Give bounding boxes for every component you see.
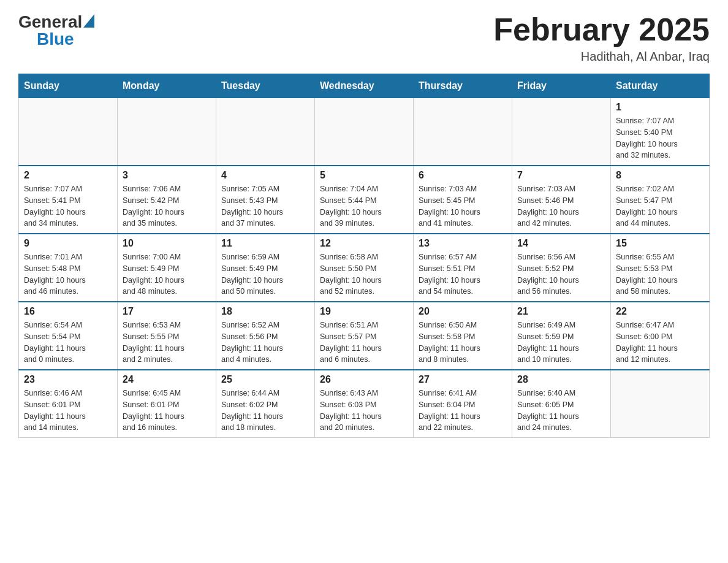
calendar-cell: 28Sunrise: 6:40 AM Sunset: 6:05 PM Dayli… bbox=[512, 370, 611, 438]
day-info: Sunrise: 6:44 AM Sunset: 6:02 PM Dayligh… bbox=[221, 388, 309, 434]
day-info: Sunrise: 7:03 AM Sunset: 5:45 PM Dayligh… bbox=[419, 183, 507, 229]
calendar-cell bbox=[611, 370, 710, 438]
day-info: Sunrise: 7:02 AM Sunset: 5:47 PM Dayligh… bbox=[616, 183, 704, 229]
calendar-cell bbox=[118, 98, 216, 166]
day-number: 6 bbox=[419, 170, 507, 181]
day-number: 21 bbox=[517, 306, 605, 317]
calendar-week-row: 2Sunrise: 7:07 AM Sunset: 5:41 PM Daylig… bbox=[19, 166, 710, 234]
day-number: 8 bbox=[616, 170, 704, 181]
day-info: Sunrise: 7:07 AM Sunset: 5:41 PM Dayligh… bbox=[24, 183, 112, 229]
day-info: Sunrise: 6:43 AM Sunset: 6:03 PM Dayligh… bbox=[320, 388, 408, 434]
calendar-week-row: 9Sunrise: 7:01 AM Sunset: 5:48 PM Daylig… bbox=[19, 234, 710, 302]
calendar-cell: 19Sunrise: 6:51 AM Sunset: 5:57 PM Dayli… bbox=[315, 302, 414, 370]
day-number: 20 bbox=[419, 306, 507, 317]
day-info: Sunrise: 7:01 AM Sunset: 5:48 PM Dayligh… bbox=[24, 251, 112, 297]
day-number: 9 bbox=[24, 238, 112, 249]
day-number: 12 bbox=[320, 238, 408, 249]
day-info: Sunrise: 7:07 AM Sunset: 5:40 PM Dayligh… bbox=[616, 115, 704, 161]
day-number: 7 bbox=[517, 170, 605, 181]
day-info: Sunrise: 6:46 AM Sunset: 6:01 PM Dayligh… bbox=[24, 388, 112, 434]
day-number: 1 bbox=[616, 102, 704, 113]
calendar-header-row: SundayMondayTuesdayWednesdayThursdayFrid… bbox=[19, 74, 710, 98]
calendar-cell: 26Sunrise: 6:43 AM Sunset: 6:03 PM Dayli… bbox=[315, 370, 414, 438]
title-section: February 2025 Hadithah, Al Anbar, Iraq bbox=[493, 12, 710, 64]
calendar-table: SundayMondayTuesdayWednesdayThursdayFrid… bbox=[18, 74, 710, 438]
calendar-cell: 9Sunrise: 7:01 AM Sunset: 5:48 PM Daylig… bbox=[19, 234, 118, 302]
calendar-week-row: 16Sunrise: 6:54 AM Sunset: 5:54 PM Dayli… bbox=[19, 302, 710, 370]
calendar-cell bbox=[216, 98, 315, 166]
calendar-cell: 22Sunrise: 6:47 AM Sunset: 6:00 PM Dayli… bbox=[611, 302, 710, 370]
calendar-cell: 6Sunrise: 7:03 AM Sunset: 5:45 PM Daylig… bbox=[414, 166, 512, 234]
day-info: Sunrise: 7:06 AM Sunset: 5:42 PM Dayligh… bbox=[123, 183, 211, 229]
calendar-cell: 27Sunrise: 6:41 AM Sunset: 6:04 PM Dayli… bbox=[414, 370, 512, 438]
calendar-subtitle: Hadithah, Al Anbar, Iraq bbox=[493, 50, 710, 64]
page-header: General Blue February 2025 Hadithah, Al … bbox=[18, 12, 710, 64]
day-info: Sunrise: 6:57 AM Sunset: 5:51 PM Dayligh… bbox=[419, 251, 507, 297]
day-number: 28 bbox=[517, 374, 605, 385]
day-number: 15 bbox=[616, 238, 704, 249]
calendar-week-row: 1Sunrise: 7:07 AM Sunset: 5:40 PM Daylig… bbox=[19, 98, 710, 166]
calendar-cell: 17Sunrise: 6:53 AM Sunset: 5:55 PM Dayli… bbox=[118, 302, 216, 370]
calendar-header-saturday: Saturday bbox=[611, 74, 710, 98]
day-number: 10 bbox=[123, 238, 211, 249]
calendar-header-tuesday: Tuesday bbox=[216, 74, 315, 98]
calendar-cell bbox=[414, 98, 512, 166]
day-number: 11 bbox=[221, 238, 309, 249]
calendar-cell: 1Sunrise: 7:07 AM Sunset: 5:40 PM Daylig… bbox=[611, 98, 710, 166]
calendar-cell bbox=[315, 98, 414, 166]
day-info: Sunrise: 6:52 AM Sunset: 5:56 PM Dayligh… bbox=[221, 320, 309, 366]
day-info: Sunrise: 6:50 AM Sunset: 5:58 PM Dayligh… bbox=[419, 320, 507, 366]
calendar-cell: 23Sunrise: 6:46 AM Sunset: 6:01 PM Dayli… bbox=[19, 370, 118, 438]
day-info: Sunrise: 7:04 AM Sunset: 5:44 PM Dayligh… bbox=[320, 183, 408, 229]
calendar-cell: 8Sunrise: 7:02 AM Sunset: 5:47 PM Daylig… bbox=[611, 166, 710, 234]
day-number: 2 bbox=[24, 170, 112, 181]
calendar-week-row: 23Sunrise: 6:46 AM Sunset: 6:01 PM Dayli… bbox=[19, 370, 710, 438]
day-info: Sunrise: 6:56 AM Sunset: 5:52 PM Dayligh… bbox=[517, 251, 605, 297]
day-number: 19 bbox=[320, 306, 408, 317]
day-info: Sunrise: 6:47 AM Sunset: 6:00 PM Dayligh… bbox=[616, 320, 704, 366]
day-number: 24 bbox=[123, 374, 211, 385]
day-number: 22 bbox=[616, 306, 704, 317]
day-info: Sunrise: 6:45 AM Sunset: 6:01 PM Dayligh… bbox=[123, 388, 211, 434]
calendar-cell: 2Sunrise: 7:07 AM Sunset: 5:41 PM Daylig… bbox=[19, 166, 118, 234]
day-number: 5 bbox=[320, 170, 408, 181]
day-number: 16 bbox=[24, 306, 112, 317]
calendar-cell: 14Sunrise: 6:56 AM Sunset: 5:52 PM Dayli… bbox=[512, 234, 611, 302]
calendar-cell bbox=[512, 98, 611, 166]
day-info: Sunrise: 6:55 AM Sunset: 5:53 PM Dayligh… bbox=[616, 251, 704, 297]
day-number: 13 bbox=[419, 238, 507, 249]
calendar-cell: 12Sunrise: 6:58 AM Sunset: 5:50 PM Dayli… bbox=[315, 234, 414, 302]
calendar-cell: 3Sunrise: 7:06 AM Sunset: 5:42 PM Daylig… bbox=[118, 166, 216, 234]
day-info: Sunrise: 6:49 AM Sunset: 5:59 PM Dayligh… bbox=[517, 320, 605, 366]
calendar-cell: 25Sunrise: 6:44 AM Sunset: 6:02 PM Dayli… bbox=[216, 370, 315, 438]
day-number: 4 bbox=[221, 170, 309, 181]
logo-blue-text: Blue bbox=[37, 29, 74, 49]
day-number: 14 bbox=[517, 238, 605, 249]
calendar-header-friday: Friday bbox=[512, 74, 611, 98]
day-info: Sunrise: 6:40 AM Sunset: 6:05 PM Dayligh… bbox=[517, 388, 605, 434]
day-info: Sunrise: 6:59 AM Sunset: 5:49 PM Dayligh… bbox=[221, 251, 309, 297]
day-number: 27 bbox=[419, 374, 507, 385]
day-info: Sunrise: 6:54 AM Sunset: 5:54 PM Dayligh… bbox=[24, 320, 112, 366]
calendar-cell: 4Sunrise: 7:05 AM Sunset: 5:43 PM Daylig… bbox=[216, 166, 315, 234]
svg-marker-0 bbox=[83, 14, 94, 28]
calendar-cell: 15Sunrise: 6:55 AM Sunset: 5:53 PM Dayli… bbox=[611, 234, 710, 302]
calendar-title: February 2025 bbox=[493, 12, 710, 47]
calendar-header-monday: Monday bbox=[118, 74, 216, 98]
day-info: Sunrise: 6:41 AM Sunset: 6:04 PM Dayligh… bbox=[419, 388, 507, 434]
day-number: 3 bbox=[123, 170, 211, 181]
day-info: Sunrise: 6:51 AM Sunset: 5:57 PM Dayligh… bbox=[320, 320, 408, 366]
calendar-cell: 20Sunrise: 6:50 AM Sunset: 5:58 PM Dayli… bbox=[414, 302, 512, 370]
calendar-header-thursday: Thursday bbox=[414, 74, 512, 98]
calendar-cell: 21Sunrise: 6:49 AM Sunset: 5:59 PM Dayli… bbox=[512, 302, 611, 370]
day-number: 18 bbox=[221, 306, 309, 317]
calendar-cell bbox=[19, 98, 118, 166]
calendar-header-sunday: Sunday bbox=[19, 74, 118, 98]
calendar-cell: 10Sunrise: 7:00 AM Sunset: 5:49 PM Dayli… bbox=[118, 234, 216, 302]
day-number: 26 bbox=[320, 374, 408, 385]
calendar-cell: 5Sunrise: 7:04 AM Sunset: 5:44 PM Daylig… bbox=[315, 166, 414, 234]
logo-triangle-icon bbox=[83, 14, 94, 28]
day-info: Sunrise: 6:53 AM Sunset: 5:55 PM Dayligh… bbox=[123, 320, 211, 366]
calendar-cell: 18Sunrise: 6:52 AM Sunset: 5:56 PM Dayli… bbox=[216, 302, 315, 370]
calendar-cell: 13Sunrise: 6:57 AM Sunset: 5:51 PM Dayli… bbox=[414, 234, 512, 302]
